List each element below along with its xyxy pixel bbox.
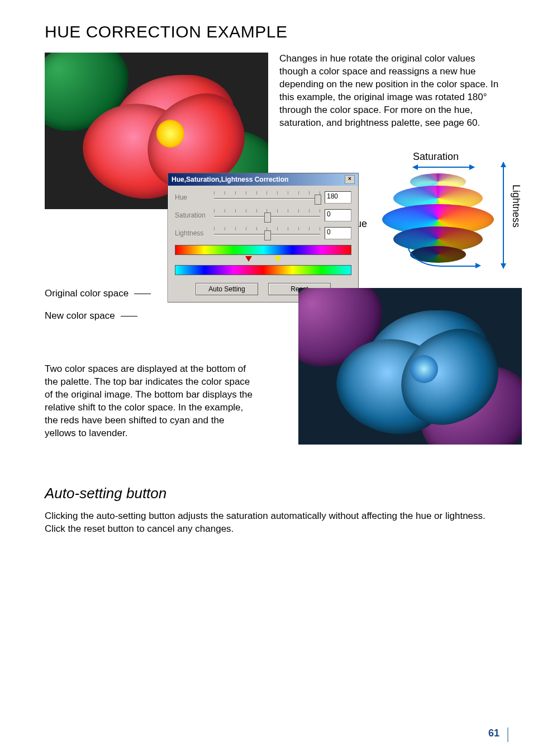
lightness-slider-label: Lightness xyxy=(175,229,210,237)
new-color-space-bar xyxy=(175,265,351,275)
marker-red-icon xyxy=(245,256,252,262)
lightness-value[interactable]: 0 xyxy=(325,227,351,239)
original-color-space-label: Original color space xyxy=(45,287,151,300)
page-number: 61 xyxy=(488,727,499,739)
lightness-arrow xyxy=(503,162,504,268)
page-title: HUE CORRECTION EXAMPLE xyxy=(45,22,499,41)
hue-slider-label: Hue xyxy=(175,193,210,201)
auto-setting-button[interactable]: Auto Setting xyxy=(196,283,258,295)
saturation-label: Saturation xyxy=(413,151,459,163)
dialog-title: Hue,Saturation,Lightness Correction xyxy=(172,176,288,183)
hsl-correction-dialog: Hue,Saturation,Lightness Correction × Hu… xyxy=(168,173,359,303)
hue-slider[interactable] xyxy=(214,191,320,204)
close-icon[interactable]: × xyxy=(345,175,355,184)
auto-setting-heading: Auto-setting button xyxy=(45,485,499,502)
marker-yellow-icon xyxy=(274,256,281,262)
hue-arrow xyxy=(407,238,475,267)
color-space-explanation: Two color spaces are displayed at the bo… xyxy=(45,363,257,440)
saturation-slider-label: Saturation xyxy=(175,211,210,219)
lightness-label: Lightness xyxy=(510,185,522,228)
auto-setting-paragraph: Clicking the auto-setting button adjusts… xyxy=(45,510,499,536)
saturation-slider[interactable] xyxy=(214,209,320,221)
lightness-slider[interactable] xyxy=(214,227,320,239)
shifted-image xyxy=(298,288,522,445)
new-color-space-label: New color space xyxy=(45,310,151,322)
saturation-arrow xyxy=(413,167,474,168)
saturation-value[interactable]: 0 xyxy=(325,209,351,221)
original-color-space-bar xyxy=(175,245,351,255)
hue-value[interactable]: 180 xyxy=(325,191,351,204)
intro-paragraph: Changes in hue rotate the original color… xyxy=(279,53,499,130)
